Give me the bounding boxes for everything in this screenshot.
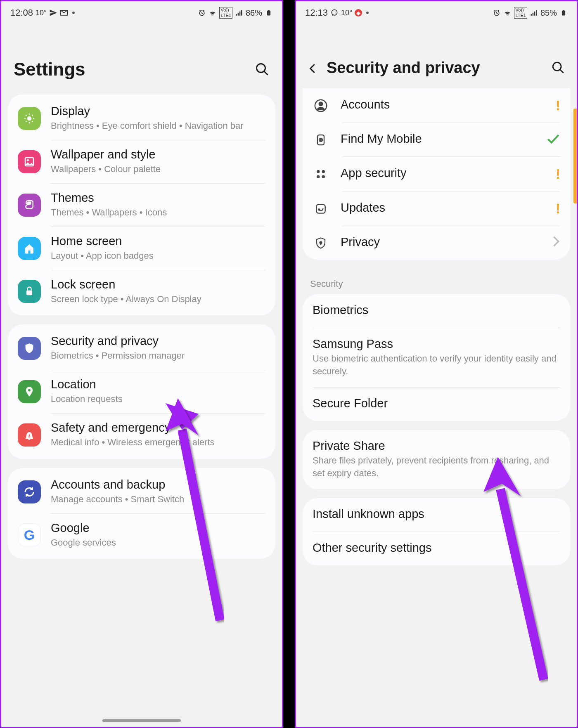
svg-point-23	[322, 170, 325, 173]
page-header: Security and privacy	[296, 22, 577, 92]
svg-point-18	[319, 102, 323, 106]
settings-card: DisplayBrightness • Eye comfort shield •…	[8, 95, 275, 315]
search-icon[interactable]	[551, 61, 566, 76]
row-sub: Brightness • Eye comfort shield • Naviga…	[51, 120, 265, 132]
status-temp: 10°	[36, 9, 47, 17]
row-sub: Manage accounts • Smart Switch	[51, 493, 265, 506]
page-title: Settings	[14, 59, 255, 80]
row-title: App security	[341, 166, 551, 180]
row-updates[interactable]: Updates !	[303, 191, 570, 226]
svg-point-27	[320, 241, 322, 243]
row-secure-folder[interactable]: Secure Folder	[303, 388, 570, 421]
row-title: Secure Folder	[313, 397, 560, 410]
red-notification-icon: ◆	[353, 7, 364, 18]
home-indicator[interactable]	[102, 719, 181, 722]
sync-icon	[18, 480, 41, 503]
row-title: Find My Mobile	[341, 132, 546, 146]
warning-indicator: !	[556, 166, 560, 182]
ok-indicator	[546, 134, 560, 146]
svg-rect-14	[562, 11, 565, 16]
row-safety-emergency[interactable]: Safety and emergencyMedical info • Wirel…	[8, 414, 275, 456]
battery-icon	[559, 9, 568, 17]
row-home-screen[interactable]: Home screenLayout • App icon badges	[8, 227, 275, 270]
row-accounts-backup[interactable]: Accounts and backupManage accounts • Sma…	[8, 470, 275, 513]
row-title: Display	[51, 104, 265, 118]
apps-icon	[313, 168, 329, 180]
chevron-right-icon	[552, 236, 560, 250]
svg-point-6	[27, 159, 29, 161]
battery-icon	[265, 9, 273, 17]
page-title: Security and privacy	[327, 59, 543, 77]
row-sub: Medical info • Wireless emergency alerts	[51, 436, 265, 449]
svg-point-24	[317, 175, 320, 178]
svg-point-4	[27, 116, 32, 121]
security-card: Install unknown apps Other security sett…	[303, 498, 570, 565]
scroll-indicator[interactable]	[573, 109, 577, 203]
account-icon	[313, 99, 329, 113]
back-icon[interactable]	[307, 62, 318, 74]
row-private-share[interactable]: Private ShareShare files privately, prev…	[303, 430, 570, 489]
signal-icon	[235, 9, 243, 17]
row-privacy[interactable]: Privacy	[303, 226, 570, 260]
row-title: Install unknown apps	[313, 507, 560, 521]
row-title: Themes	[51, 191, 265, 205]
row-sub: Biometrics • Permission manager	[51, 350, 265, 362]
wifi-icon	[208, 9, 217, 17]
row-sub: Themes • Wallpapers • Icons	[51, 206, 265, 219]
annotation-arrow	[478, 457, 560, 688]
row-biometrics[interactable]: Biometrics	[303, 294, 570, 328]
row-find-my-mobile[interactable]: Find My Mobile	[303, 123, 570, 156]
svg-rect-10	[28, 439, 31, 440]
row-themes[interactable]: ThemesThemes • Wallpapers • Icons	[8, 184, 275, 227]
more-notifications-dot	[366, 12, 369, 14]
row-accounts[interactable]: Accounts !	[303, 88, 570, 123]
more-notifications-dot	[72, 12, 75, 14]
signal-icon	[530, 9, 538, 17]
row-title: Accounts	[341, 98, 551, 111]
search-icon[interactable]	[255, 62, 270, 77]
row-other-security-settings[interactable]: Other security settings	[303, 532, 570, 565]
row-title: Accounts and backup	[51, 478, 265, 492]
row-title: Updates	[341, 201, 551, 215]
row-wallpaper[interactable]: Wallpaper and styleWallpapers • Colour p…	[8, 140, 275, 183]
warning-indicator: !	[556, 201, 560, 217]
page-header: Settings	[1, 22, 282, 95]
status-time: 12:13	[305, 7, 328, 18]
updates-icon	[313, 202, 329, 215]
svg-point-16	[553, 62, 561, 71]
row-google[interactable]: G GoogleGoogle services	[8, 514, 275, 557]
row-sub: Screen lock type • Always On Display	[51, 293, 265, 306]
row-app-security[interactable]: App security !	[303, 157, 570, 191]
row-title: Google	[51, 521, 265, 535]
row-title: Biometrics	[313, 303, 560, 317]
svg-rect-15	[563, 10, 564, 11]
row-sub: Location requests	[51, 393, 265, 406]
row-sub: Layout • App icon badges	[51, 250, 265, 262]
row-display[interactable]: DisplayBrightness • Eye comfort shield •…	[8, 97, 275, 140]
location-icon	[18, 380, 41, 403]
status-card: Accounts ! Find My Mobile App security !…	[303, 88, 570, 260]
alarm-icon	[493, 9, 501, 17]
google-icon: G	[18, 523, 41, 546]
row-security-privacy[interactable]: Security and privacyBiometrics • Permiss…	[8, 327, 275, 370]
themes-icon	[18, 194, 41, 217]
row-title: Location	[51, 378, 265, 391]
row-title: Private Share	[313, 439, 560, 453]
svg-point-25	[322, 175, 325, 178]
row-install-unknown-apps[interactable]: Install unknown apps	[303, 498, 570, 532]
row-samsung-pass[interactable]: Samsung PassUse biometric authentication…	[303, 328, 570, 387]
svg-rect-7	[27, 201, 31, 205]
section-label: Security	[296, 269, 577, 294]
settings-card: Security and privacyBiometrics • Permiss…	[8, 324, 275, 459]
warning-indicator: !	[556, 97, 560, 113]
security-card: Biometrics Samsung PassUse biometric aut…	[303, 294, 570, 421]
shield-icon	[18, 337, 41, 360]
svg-point-12	[332, 10, 337, 15]
row-sub: Use biometric authentication to verify y…	[313, 352, 560, 378]
row-title: Privacy	[341, 235, 552, 249]
row-lock-screen[interactable]: Lock screenScreen lock type • Always On …	[8, 270, 275, 313]
row-location[interactable]: LocationLocation requests	[8, 370, 275, 413]
row-sub: Share files privately, prevent recipient…	[313, 454, 560, 480]
row-title: Lock screen	[51, 278, 265, 291]
status-bar: 12:08 10° Vo))LTE1 86%	[1, 1, 282, 22]
